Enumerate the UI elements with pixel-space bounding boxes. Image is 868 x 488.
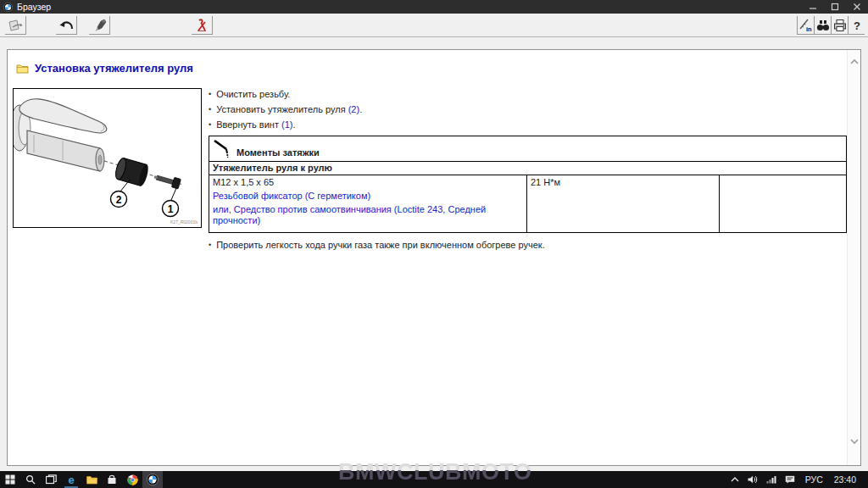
vertical-scrollbar[interactable]	[847, 50, 860, 465]
help-button[interactable]: ?	[848, 16, 865, 35]
file-explorer-icon	[86, 475, 97, 485]
scroll-up-icon[interactable]	[849, 57, 860, 67]
svg-text:1: 1	[168, 203, 174, 215]
network-button[interactable]	[762, 475, 781, 484]
torque-spec-cell: M12 x 1,5 x 65 Резьбовой фиксатор (С гер…	[209, 175, 527, 233]
step-item: • Ввернуть винт (1).	[209, 120, 846, 130]
notification-icon	[785, 475, 795, 484]
search-icon	[25, 474, 36, 485]
store-icon	[107, 474, 117, 485]
torque-table-header: Моменты затяжки	[209, 136, 847, 162]
remove-highlight-icon	[193, 18, 210, 33]
fixative-link[interactable]: Резьбовой фиксатор (С герметиком)	[213, 191, 370, 201]
bullet-icon: •	[209, 105, 211, 114]
units-inches-icon: in	[798, 18, 814, 33]
maximize-button[interactable]	[824, 0, 846, 14]
task-view-icon	[46, 474, 57, 485]
torque-empty-cell	[720, 175, 847, 233]
brake-lever	[19, 99, 107, 133]
svg-text:e: e	[68, 474, 74, 485]
back-arrow-icon	[58, 18, 75, 33]
chrome-button[interactable]	[122, 471, 142, 488]
start-button[interactable]	[0, 471, 20, 488]
title-bar: Браузер	[0, 0, 868, 14]
page-title: Установка утяжелителя руля	[16, 62, 193, 75]
clock[interactable]: 23:40	[829, 474, 863, 485]
back-button[interactable]	[56, 16, 77, 35]
toolbar-right-group: in	[797, 16, 865, 35]
search-binoculars-icon	[815, 18, 831, 33]
network-signal-icon	[766, 475, 776, 484]
torque-table: Моменты затяжки Утяжелитель руля к рулю …	[209, 136, 847, 233]
bullet-icon: •	[209, 120, 211, 130]
help-icon: ?	[849, 18, 865, 33]
step-item: • Очистить резьбу.	[209, 90, 846, 99]
hidden-icons-button[interactable]	[726, 476, 743, 483]
part-link-1[interactable]: (1)	[281, 119, 292, 130]
torque-table-section: Утяжелитель руля к рулю	[209, 162, 847, 175]
step-item: • Установить утяжелитель руля (2).	[209, 105, 846, 114]
technical-illustration: 2 1 K27_R02001b	[13, 88, 202, 228]
bullet-icon: •	[209, 241, 211, 250]
note-item: • Проверить легкость хода ручки газа так…	[209, 241, 846, 250]
volume-button[interactable]	[743, 475, 762, 484]
highlighter-pen-icon	[91, 18, 108, 33]
svg-text:2: 2	[116, 194, 122, 206]
bmw-browser-taskbar-button[interactable]	[142, 471, 163, 488]
language-indicator[interactable]: РУС	[799, 474, 829, 485]
close-button[interactable]	[846, 0, 868, 14]
toolbar: in	[0, 14, 868, 37]
minimize-button[interactable]	[802, 0, 824, 14]
store-button[interactable]	[102, 471, 122, 488]
system-tray: РУС 23:40	[726, 471, 868, 488]
svg-text:?: ?	[854, 19, 860, 31]
units-button[interactable]: in	[797, 16, 814, 35]
page-navigate-button[interactable]	[5, 16, 26, 35]
loctite-link[interactable]: или, Средство против самоотвинчивания (L…	[213, 204, 486, 225]
screw	[153, 172, 181, 189]
notifications-button[interactable]	[781, 475, 799, 484]
throttle-grip	[27, 130, 100, 171]
file-explorer-button[interactable]	[81, 471, 102, 488]
document-panel: Установка утяжелителя руля	[7, 49, 861, 466]
torque-value-cell: 21 Н*м	[527, 175, 720, 233]
figure-label: K27_R02001b	[170, 219, 198, 225]
edge-icon: e	[65, 474, 77, 485]
chevron-up-icon	[731, 476, 739, 483]
handlebar-weight	[114, 157, 150, 186]
remove-highlight-button[interactable]	[192, 16, 213, 35]
taskbar: e	[0, 471, 868, 488]
print-button[interactable]	[831, 16, 848, 35]
part-link-2[interactable]: (2)	[348, 104, 359, 114]
bmw-app-icon	[147, 474, 159, 485]
highlighter-button[interactable]	[89, 16, 110, 35]
task-view-button[interactable]	[41, 471, 61, 488]
speaker-icon	[748, 475, 758, 484]
page-navigate-icon	[7, 18, 24, 33]
folder-icon	[16, 64, 29, 74]
bolt-spec: M12 x 1,5 x 65	[213, 177, 523, 188]
print-icon	[832, 18, 848, 33]
scroll-down-icon[interactable]	[849, 436, 860, 446]
search-button[interactable]	[814, 16, 831, 35]
windows-start-icon	[5, 474, 15, 485]
chrome-icon	[127, 474, 138, 485]
svg-text:in: in	[806, 25, 812, 33]
bullet-icon: •	[209, 90, 211, 99]
window-title: Браузер	[17, 2, 802, 12]
screen: Браузер	[0, 0, 868, 488]
taskbar-search-button[interactable]	[20, 471, 41, 488]
bmw-logo-icon	[3, 3, 13, 12]
torque-wrench-icon	[213, 139, 231, 158]
instruction-column: • Очистить резьбу. • Установить утяжелит…	[209, 90, 846, 256]
taskbar-edge-button[interactable]: e	[61, 471, 81, 488]
